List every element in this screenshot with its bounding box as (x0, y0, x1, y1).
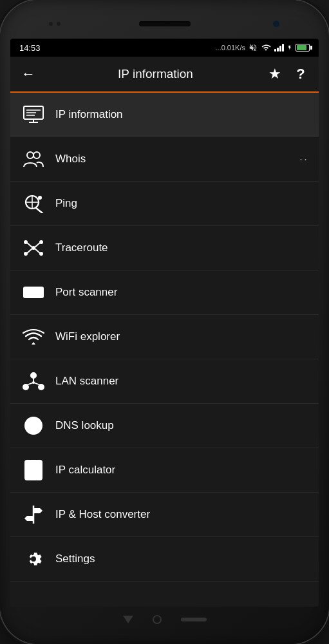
calculator-icon (21, 457, 46, 483)
menu-label-whois: Whois (55, 153, 299, 166)
back-button[interactable]: ← (18, 66, 39, 82)
sensors (49, 22, 61, 26)
phone-device: 14:53 ...0.01K/s (0, 0, 329, 644)
signal-bars (274, 44, 284, 52)
svg-point-34 (32, 381, 35, 384)
lan-icon (21, 368, 46, 394)
svg-rect-45 (28, 475, 30, 477)
settings-icon (21, 546, 46, 572)
menu-label-settings: Settings (55, 553, 308, 565)
ping-icon (21, 191, 46, 216)
svg-line-20 (27, 249, 32, 253)
users-icon (21, 146, 46, 172)
signal-bar-3 (279, 46, 281, 52)
recents-nav-button[interactable] (181, 618, 207, 621)
menu-label-port-scanner: Port scanner (55, 286, 308, 299)
menu-item-lan-scanner[interactable]: LAN scanner (10, 359, 319, 404)
svg-rect-41 (28, 463, 39, 468)
dns-icon (21, 413, 46, 439)
svg-rect-23 (26, 290, 32, 295)
menu-label-traceroute: Traceroute (55, 242, 308, 254)
menu-label-lan-scanner: LAN scanner (55, 375, 308, 388)
traceroute-icon (21, 235, 46, 261)
phone-screen: 14:53 ...0.01K/s (10, 39, 319, 607)
charging-icon (287, 43, 292, 52)
menu-item-port-scanner[interactable]: Port scanner (10, 270, 319, 315)
battery-fill (297, 45, 306, 50)
home-nav-button[interactable] (153, 615, 162, 624)
signal-bar-2 (277, 48, 279, 52)
svg-point-28 (31, 373, 36, 378)
svg-line-11 (36, 208, 42, 213)
network-speed: ...0.01K/s (216, 44, 245, 52)
phone-bottom-nav (123, 607, 207, 632)
svg-line-18 (27, 243, 32, 247)
svg-point-7 (33, 152, 40, 158)
svg-point-12 (38, 196, 42, 200)
header-actions: ★ ? (265, 66, 311, 82)
menu-label-ip-calculator: IP calculator (55, 464, 308, 477)
svg-rect-24 (35, 290, 41, 295)
menu-item-whois[interactable]: Whois ·· (10, 137, 319, 182)
svg-rect-43 (32, 470, 35, 473)
phone-top-bar (10, 12, 319, 36)
menu-label-dns-lookup: DNS lookup (55, 419, 308, 432)
help-button[interactable]: ? (290, 66, 311, 82)
menu-label-ip-information: IP information (55, 108, 308, 121)
header-title: IP information (46, 67, 265, 81)
menu-item-wifi-explorer[interactable]: WiFi explorer (10, 315, 319, 359)
star-button[interactable]: ★ (265, 66, 285, 82)
menu-item-ip-information[interactable]: IP information (10, 93, 319, 137)
battery-icon (296, 44, 310, 52)
svg-line-21 (35, 249, 40, 253)
sensor-dot (49, 22, 53, 26)
speaker (139, 21, 191, 26)
status-right: ...0.01K/s (216, 43, 310, 52)
status-bar: 14:53 ...0.01K/s (10, 39, 319, 57)
mute-icon (249, 43, 258, 52)
app-header: ← IP information ★ ? (10, 57, 319, 93)
menu-label-ping: Ping (55, 197, 308, 210)
svg-rect-42 (28, 470, 30, 473)
menu-item-settings[interactable]: Settings (10, 537, 319, 582)
converter-icon (21, 502, 46, 527)
monitor-icon (21, 102, 46, 128)
menu-item-traceroute[interactable]: Traceroute (10, 226, 319, 270)
menu-label-ip-host-converter: IP & Host converter (55, 508, 308, 521)
svg-rect-47 (37, 475, 39, 477)
svg-rect-46 (32, 475, 35, 477)
menu-item-ip-calculator[interactable]: IP calculator (10, 448, 319, 493)
sensor-dot-2 (57, 22, 61, 26)
port-icon (21, 279, 46, 305)
camera (272, 20, 280, 28)
back-nav-button[interactable] (123, 616, 133, 623)
status-time: 14:53 (19, 43, 41, 53)
menu-item-dns-lookup[interactable]: DNS lookup (10, 404, 319, 448)
menu-item-ping[interactable]: Ping (10, 182, 319, 226)
wifi-menu-icon (21, 324, 46, 350)
signal-bar-4 (282, 44, 284, 52)
svg-point-6 (27, 152, 33, 158)
svg-line-19 (35, 243, 40, 247)
menu-item-ip-host-converter[interactable]: IP & Host converter (10, 493, 319, 537)
menu-label-wifi-explorer: WiFi explorer (55, 330, 308, 343)
menu-dots-whois: ·· (299, 153, 308, 166)
menu-list: IP information Whois ·· (10, 93, 319, 607)
signal-bar-1 (274, 49, 276, 52)
svg-rect-44 (37, 470, 39, 473)
wifi-icon (261, 43, 271, 52)
